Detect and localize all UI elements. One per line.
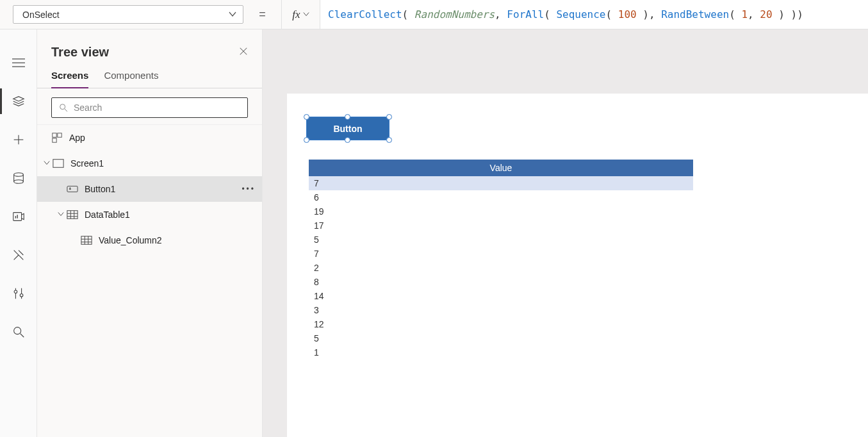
datatable-header[interactable]: Value xyxy=(309,160,693,176)
formula-token: ) )) xyxy=(773,8,803,21)
svg-rect-19 xyxy=(58,133,61,137)
resize-handle-nw[interactable] xyxy=(304,114,309,120)
panel-tabs: ScreensComponents xyxy=(37,65,262,88)
rail-media[interactable] xyxy=(0,197,37,236)
svg-rect-29 xyxy=(81,236,92,245)
svg-point-9 xyxy=(14,290,17,293)
svg-rect-18 xyxy=(53,133,56,137)
rail-settings[interactable] xyxy=(0,274,37,313)
formula-input[interactable]: ClearCollect( RandomNumbers, ForAll( Seq… xyxy=(320,0,868,29)
table-row[interactable]: 2 xyxy=(309,261,693,275)
formula-token: ClearCollect xyxy=(328,8,402,21)
table-row[interactable]: 19 xyxy=(309,204,693,218)
rail-advanced[interactable] xyxy=(0,236,37,274)
resize-handle-sw[interactable] xyxy=(304,137,309,143)
table-icon xyxy=(67,210,85,220)
property-select-label: OnSelect xyxy=(22,10,60,20)
formula-token: ( xyxy=(544,8,556,21)
formula-token: , xyxy=(495,8,507,21)
tab-components[interactable]: Components xyxy=(104,70,158,88)
hamburger-icon[interactable] xyxy=(0,44,37,82)
tree-item-screen1[interactable]: Screen1 xyxy=(37,151,262,176)
svg-line-17 xyxy=(65,109,67,111)
search-placeholder: Search xyxy=(74,103,102,113)
chevron-down-icon[interactable] xyxy=(44,160,53,167)
svg-point-12 xyxy=(13,327,20,334)
table-row[interactable]: 1 xyxy=(309,345,693,359)
tree-item-label: DataTable1 xyxy=(85,210,130,220)
formula-token: RandomNumbers xyxy=(414,8,495,21)
fx-icon: fx xyxy=(292,8,300,21)
resize-handle-se[interactable] xyxy=(386,137,392,143)
formula-token: ( xyxy=(729,8,741,21)
tree-item-label: App xyxy=(69,133,85,143)
chevron-down-icon xyxy=(303,11,309,19)
rail-insert[interactable] xyxy=(0,120,37,159)
svg-rect-21 xyxy=(53,160,63,168)
rail-tree-view[interactable] xyxy=(0,82,37,120)
table-row[interactable]: 8 xyxy=(309,275,693,289)
table-row[interactable]: 6 xyxy=(309,190,693,204)
svg-point-6 xyxy=(13,180,23,184)
formula-bar: OnSelect = fx ClearCollect( RandomNumber… xyxy=(0,0,868,29)
table-row[interactable]: 17 xyxy=(309,218,693,233)
resize-handle-s[interactable] xyxy=(345,137,350,143)
left-rail xyxy=(0,29,37,437)
resize-handle-ne[interactable] xyxy=(386,114,392,120)
formula-token: 20 xyxy=(760,8,772,21)
tab-screens[interactable]: Screens xyxy=(51,70,88,88)
tree-item-app[interactable]: App xyxy=(37,125,262,151)
svg-rect-22 xyxy=(67,186,78,192)
tree-item-button1[interactable]: Button1••• xyxy=(37,176,262,202)
svg-line-13 xyxy=(20,334,24,338)
fx-button[interactable]: fx xyxy=(282,0,320,29)
formula-token: 100 xyxy=(618,8,637,21)
table-icon xyxy=(81,235,99,245)
table-row[interactable]: 3 xyxy=(309,303,693,317)
table-row[interactable]: 7 xyxy=(309,247,693,261)
tree-title: Tree view xyxy=(51,45,109,60)
rail-search[interactable] xyxy=(0,313,37,351)
search-input[interactable]: Search xyxy=(51,97,248,118)
formula-token: Sequence xyxy=(556,8,605,21)
table-row[interactable]: 5 xyxy=(309,233,693,247)
table-row[interactable]: 5 xyxy=(309,331,693,345)
formula-token: ( xyxy=(402,8,414,21)
tree-item-datatable1[interactable]: DataTable1 xyxy=(37,202,262,227)
tree-item-label: Screen1 xyxy=(70,158,104,169)
equals-label: = xyxy=(243,0,282,29)
tree-item-value_column2[interactable]: Value_Column2 xyxy=(37,227,262,253)
formula-token: RandBetween xyxy=(661,8,729,21)
svg-point-16 xyxy=(60,104,65,110)
tree-view-panel: Tree view ScreensComponents Search App S… xyxy=(37,29,263,437)
table-row[interactable]: 12 xyxy=(309,317,693,331)
chevron-down-icon[interactable] xyxy=(58,211,67,218)
chevron-down-icon xyxy=(229,10,236,20)
svg-point-11 xyxy=(20,293,23,297)
close-icon[interactable] xyxy=(239,47,248,58)
formula-token: ( xyxy=(605,8,618,21)
button-icon xyxy=(67,184,85,194)
tree-item-label: Button1 xyxy=(85,184,115,194)
screen-icon xyxy=(53,158,70,169)
resize-handle-n[interactable] xyxy=(345,114,350,120)
more-icon[interactable]: ••• xyxy=(242,185,256,194)
screen1[interactable]: Button Value 76191757281431251 xyxy=(287,94,868,437)
table-row[interactable]: 7 xyxy=(309,176,693,190)
table-row[interactable]: 14 xyxy=(309,289,693,303)
formula-token: 1 xyxy=(741,8,748,21)
canvas[interactable]: Button Value 76191757281431251 xyxy=(263,29,868,437)
rail-data[interactable] xyxy=(0,159,37,197)
formula-token: ForAll xyxy=(507,8,544,21)
tree-item-label: Value_Column2 xyxy=(99,235,162,245)
datatable-header-label: Value xyxy=(490,163,512,173)
svg-point-5 xyxy=(13,173,23,177)
svg-rect-24 xyxy=(67,211,78,219)
svg-rect-20 xyxy=(53,138,56,142)
formula-token: , xyxy=(748,8,760,21)
button-selection[interactable]: Button xyxy=(307,117,389,140)
tree-list: App Screen1Button1•••DataTable1Value_Col… xyxy=(37,124,262,437)
datatable-control[interactable]: Value 76191757281431251 xyxy=(309,160,693,359)
formula-token: ), xyxy=(637,8,662,21)
property-select[interactable]: OnSelect xyxy=(13,5,243,24)
